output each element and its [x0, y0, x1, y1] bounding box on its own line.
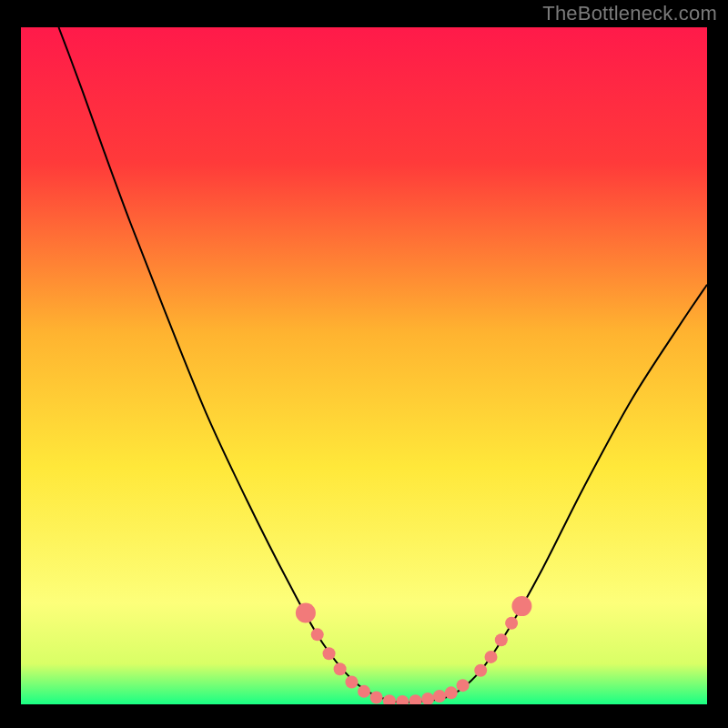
- gradient-background: [21, 27, 707, 704]
- highlight-dot: [345, 675, 358, 688]
- highlight-dot: [474, 664, 487, 677]
- highlight-dot: [296, 603, 316, 623]
- highlight-dot: [334, 662, 347, 675]
- highlight-dot: [505, 617, 518, 630]
- highlight-dot: [370, 692, 383, 704]
- highlight-dot: [445, 686, 458, 699]
- bottleneck-chart: [21, 27, 707, 704]
- highlight-dot: [484, 651, 497, 663]
- highlight-dot: [495, 633, 508, 646]
- highlight-dot: [311, 628, 324, 641]
- highlight-dot: [457, 679, 470, 692]
- chart-frame: TheBottleneck.com: [0, 0, 728, 728]
- highlight-dot: [433, 690, 446, 703]
- highlight-dot: [511, 596, 531, 616]
- highlight-dot: [358, 685, 370, 698]
- highlight-dot: [323, 647, 336, 660]
- attribution-text: TheBottleneck.com: [542, 2, 717, 25]
